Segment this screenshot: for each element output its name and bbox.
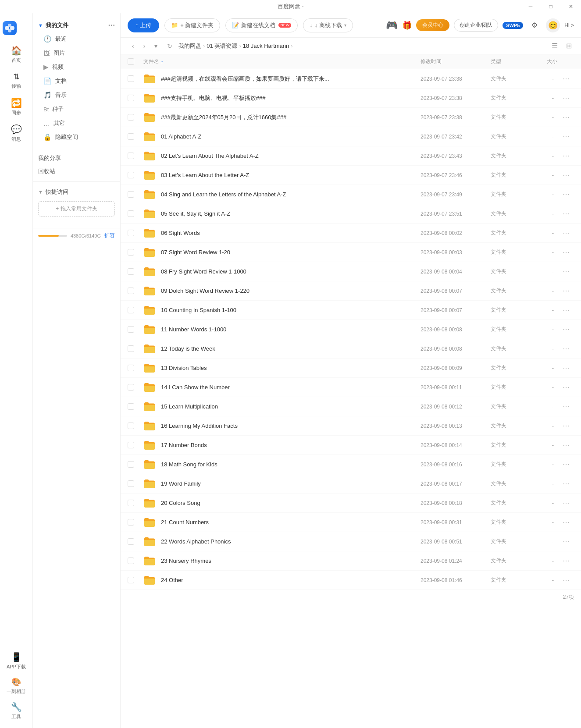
row-checkbox-10[interactable]	[128, 268, 134, 275]
row-menu-1[interactable]: ⋯	[561, 92, 571, 103]
table-row[interactable]: 23 Nursery Rhymes 2023-09-08 01:24 文件夹 -…	[121, 551, 581, 571]
sidebar-item-album[interactable]: 🎨 一刻相册	[3, 675, 29, 697]
row-checkbox-2[interactable]	[128, 114, 134, 121]
table-row[interactable]: 17 Number Bonds 2023-09-08 00:14 文件夹 - ⋯	[121, 436, 581, 455]
hi-text[interactable]: Hi >	[564, 22, 574, 28]
add-quick-access-btn[interactable]: + 拖入常用文件夹	[38, 201, 115, 217]
sidebar-item-message[interactable]: 💬 消息	[3, 121, 29, 146]
row-checkbox-13[interactable]	[128, 326, 134, 333]
row-menu-11[interactable]: ⋯	[561, 285, 571, 296]
table-row[interactable]: 08 Fry Sight Word Review 1-1000 2023-09-…	[121, 262, 581, 281]
row-menu-25[interactable]: ⋯	[561, 555, 571, 566]
table-row[interactable]: 24 Other 2023-09-08 01:46 文件夹 - ⋯	[121, 571, 581, 590]
row-menu-20[interactable]: ⋯	[561, 459, 571, 470]
table-row[interactable]: 10 Counting In Spanish 1-100 2023-09-08 …	[121, 301, 581, 320]
row-menu-19[interactable]: ⋯	[561, 440, 571, 451]
row-menu-7[interactable]: ⋯	[561, 208, 571, 219]
tree-item-music[interactable]: 🎵 音乐	[33, 88, 120, 102]
quick-access-header[interactable]: ▼ 快捷访问	[33, 185, 120, 199]
row-checkbox-14[interactable]	[128, 345, 134, 352]
row-checkbox-6[interactable]	[128, 191, 134, 198]
recycle-header[interactable]: 回收站	[33, 165, 120, 178]
row-menu-17[interactable]: ⋯	[561, 401, 571, 412]
row-checkbox-11[interactable]	[128, 288, 134, 294]
tree-item-hidden[interactable]: 🔒 隐藏空间	[33, 130, 120, 144]
table-row[interactable]: 01 Alphabet A-Z 2023-09-07 23:42 文件夹 - ⋯	[121, 127, 581, 146]
gift-icon[interactable]: 🎁	[402, 21, 412, 30]
sidebar-item-tools[interactable]: 🔧 工具	[3, 699, 29, 723]
row-menu-26[interactable]: ⋯	[561, 575, 571, 586]
table-row[interactable]: 03 Let's Learn About the Letter A-Z 2023…	[121, 166, 581, 185]
row-menu-22[interactable]: ⋯	[561, 497, 571, 508]
table-row[interactable]: 21 Count Numbers 2023-09-08 00:31 文件夹 - …	[121, 513, 581, 532]
table-row[interactable]: 18 Math Song for Kids 2023-09-08 00:16 文…	[121, 455, 581, 474]
tree-item-other[interactable]: … 其它	[33, 116, 120, 130]
list-view-button[interactable]: ☰	[549, 41, 560, 51]
member-button[interactable]: 会员中心	[416, 19, 449, 31]
tree-item-docs[interactable]: 📄 文档	[33, 74, 120, 88]
row-checkbox-12[interactable]	[128, 307, 134, 313]
row-menu-16[interactable]: ⋯	[561, 382, 571, 393]
my-files-header[interactable]: ▼ 我的文件 ⋯	[33, 18, 120, 32]
select-all-checkbox[interactable]	[128, 58, 134, 65]
row-checkbox-18[interactable]	[128, 423, 134, 429]
row-menu-2[interactable]: ⋯	[561, 112, 571, 123]
minimize-button[interactable]: ─	[520, 0, 541, 13]
row-menu-14[interactable]: ⋯	[561, 343, 571, 354]
row-menu-12[interactable]: ⋯	[561, 305, 571, 316]
row-checkbox-8[interactable]	[128, 230, 134, 236]
row-menu-18[interactable]: ⋯	[561, 420, 571, 431]
row-checkbox-3[interactable]	[128, 133, 134, 140]
row-menu-0[interactable]: ⋯	[561, 73, 571, 84]
row-checkbox-15[interactable]	[128, 365, 134, 371]
dropdown-button[interactable]: ▾	[150, 41, 161, 51]
sidebar-item-transfer[interactable]: ⇅ 传输	[3, 68, 29, 93]
grid-view-button[interactable]: ⊞	[563, 41, 574, 51]
user-avatar[interactable]: 😊	[546, 18, 560, 32]
tree-item-photos[interactable]: 🖼 图片	[33, 46, 120, 60]
table-row[interactable]: 16 Learning My Addition Facts 2023-09-08…	[121, 416, 581, 436]
breadcrumb-my-disk[interactable]: 我的网盘	[178, 42, 201, 50]
table-row[interactable]: ###超清视频，在线观看会压缩画质，如果要画质好，请下载下来... 2023-0…	[121, 69, 581, 89]
row-checkbox-21[interactable]	[128, 480, 134, 487]
row-menu-6[interactable]: ⋯	[561, 189, 571, 200]
sidebar-item-app[interactable]: 📱 APP下载	[3, 649, 29, 673]
table-row[interactable]: 11 Number Words 1-1000 2023-09-08 00:08 …	[121, 320, 581, 339]
row-checkbox-22[interactable]	[128, 500, 134, 506]
table-row[interactable]: 05 See it, Say it, Sign it A-Z 2023-09-0…	[121, 204, 581, 224]
row-menu-3[interactable]: ⋯	[561, 131, 571, 142]
row-checkbox-1[interactable]	[128, 95, 134, 101]
more-icon[interactable]: ⋯	[108, 21, 115, 29]
table-row[interactable]: 20 Colors Song 2023-09-08 00:18 文件夹 - ⋯	[121, 494, 581, 513]
row-checkbox-5[interactable]	[128, 172, 134, 178]
row-menu-13[interactable]: ⋯	[561, 324, 571, 335]
table-row[interactable]: 06 Sight Words 2023-09-08 00:02 文件夹 - ⋯	[121, 224, 581, 243]
row-checkbox-23[interactable]	[128, 519, 134, 526]
table-row[interactable]: ###支持手机、电脑、电视、平板播放### 2023-09-07 23:38 文…	[121, 89, 581, 108]
forward-button[interactable]: ›	[139, 41, 150, 51]
row-menu-4[interactable]: ⋯	[561, 150, 571, 161]
expand-storage-btn[interactable]: 扩容	[104, 232, 115, 239]
table-row[interactable]: ###最新更新至2024年05月20日，总计1660集### 2023-09-0…	[121, 108, 581, 127]
row-checkbox-17[interactable]	[128, 403, 134, 410]
table-row[interactable]: 07 Sight Word Review 1-20 2023-09-08 00:…	[121, 243, 581, 262]
row-checkbox-4[interactable]	[128, 153, 134, 159]
logo[interactable]	[0, 18, 32, 42]
table-row[interactable]: 12 Today is the Week 2023-09-08 00:08 文件…	[121, 339, 581, 359]
row-checkbox-19[interactable]	[128, 442, 134, 448]
table-row[interactable]: 04 Sing and Learn the Letters of the Alp…	[121, 185, 581, 204]
row-checkbox-25[interactable]	[128, 558, 134, 564]
game-icon[interactable]: 🎮	[386, 20, 398, 31]
my-share-header[interactable]: 我的分享	[33, 152, 120, 165]
sort-asc-icon[interactable]: ↑	[161, 59, 164, 64]
download-button[interactable]: ↓ ↓ 离线下载 ▾	[303, 18, 353, 32]
new-folder-button[interactable]: 📁 + 新建文件夹	[164, 18, 220, 32]
tree-item-recent[interactable]: 🕐 最近	[33, 32, 120, 46]
upload-button[interactable]: ↑ 上传	[128, 18, 159, 32]
row-menu-10[interactable]: ⋯	[561, 266, 571, 277]
table-row[interactable]: 14 I Can Show the Number 2023-09-08 00:1…	[121, 378, 581, 397]
sidebar-item-sync[interactable]: 🔁 同步	[3, 95, 29, 119]
row-checkbox-7[interactable]	[128, 210, 134, 217]
row-checkbox-0[interactable]	[128, 75, 134, 82]
close-button[interactable]: ✕	[561, 0, 581, 13]
